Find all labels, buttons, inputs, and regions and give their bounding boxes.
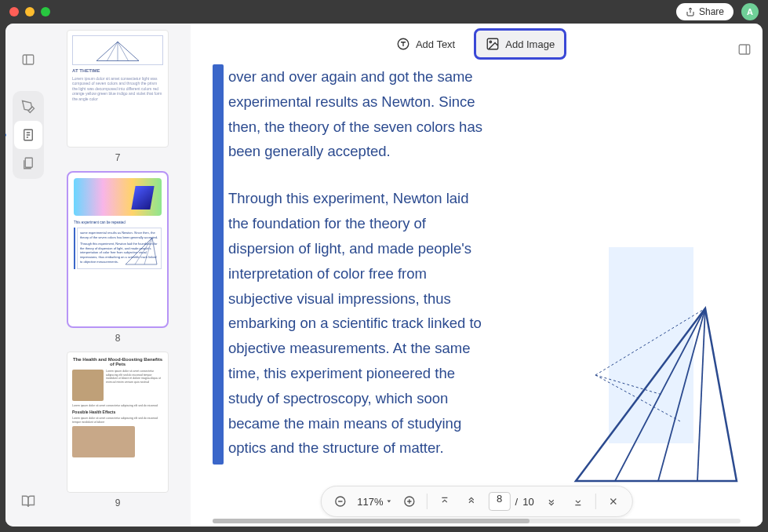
edit-page-icon	[21, 128, 35, 142]
last-page-button[interactable]	[569, 492, 588, 511]
book-icon	[21, 494, 35, 508]
pages-icon	[21, 156, 35, 170]
titlebar: Share A	[0, 0, 768, 24]
thumb9-cat-image	[72, 370, 104, 401]
svg-line-11	[135, 238, 152, 264]
sidebar-toggle-button[interactable]	[14, 46, 42, 74]
svg-rect-7	[25, 158, 32, 167]
edit-toolbar: Add Text Add Image	[191, 24, 763, 64]
main-viewport: Add Text Add Image over and over again a…	[191, 24, 763, 527]
current-page-input[interactable]: 8	[489, 492, 511, 511]
close-window-button[interactable]	[9, 7, 19, 16]
thumb9-dog-image	[72, 426, 135, 457]
chevrons-up-bar-icon	[439, 496, 450, 507]
chevrons-up-icon	[466, 496, 477, 507]
svg-line-23	[595, 375, 682, 422]
tool-group	[13, 91, 44, 179]
avatar[interactable]: A	[741, 3, 759, 20]
add-text-button[interactable]: Add Text	[387, 31, 464, 57]
thumbnail-page-8[interactable]: This experiment can be repeated same exp…	[54, 171, 181, 344]
chevrons-down-bar-icon	[573, 496, 584, 507]
thumbnail-page-9[interactable]: The Health and Mood-Boosting Benefits of…	[54, 352, 181, 508]
book-view-button[interactable]	[14, 487, 42, 516]
thumb8-prism-icon	[124, 236, 158, 266]
thumb9-label: 9	[54, 497, 181, 508]
prev-page-button[interactable]	[462, 492, 481, 511]
add-image-button[interactable]: Add Image	[474, 28, 566, 60]
close-icon	[608, 496, 619, 507]
minus-circle-icon	[333, 495, 346, 508]
add-text-label: Add Text	[416, 38, 455, 50]
svg-point-15	[490, 41, 491, 42]
edit-tool-button[interactable]	[14, 121, 42, 149]
thumb7-heading: AT THETIME	[72, 68, 163, 75]
total-pages: 10	[522, 496, 533, 508]
minimize-window-button[interactable]	[25, 7, 35, 16]
dropdown-caret-icon	[386, 498, 392, 505]
thumb8-label: 8	[54, 333, 181, 344]
svg-line-8	[107, 42, 118, 60]
doc-paragraph-1: over and over again and got the same exp…	[228, 64, 482, 164]
zoom-in-button[interactable]	[400, 492, 419, 511]
thumbnail-page-7[interactable]: AT THETIME Lorem ipsum dolor sit amet co…	[54, 30, 181, 163]
share-icon	[686, 7, 695, 16]
thumb9-subhead: Possible Health Effects	[72, 410, 163, 414]
bottom-toolbar: 117% 8 / 10	[320, 486, 632, 517]
svg-line-18	[615, 308, 705, 481]
zoom-level[interactable]: 117%	[357, 496, 391, 508]
svg-line-10	[118, 42, 129, 60]
prism-svg	[568, 285, 741, 489]
highlighter-icon	[21, 100, 35, 114]
document-page: over and over again and got the same exp…	[213, 64, 741, 527]
plus-circle-icon	[403, 495, 416, 508]
next-page-button[interactable]	[542, 492, 561, 511]
document-text: over and over again and got the same exp…	[228, 64, 495, 527]
zoom-out-button[interactable]	[330, 492, 349, 511]
page-sep: /	[515, 496, 519, 508]
chevrons-down-icon	[546, 496, 557, 507]
thumb8-snippet: same experimental results as Newton. Sin…	[80, 231, 158, 239]
scrollbar-thumb[interactable]	[213, 519, 530, 523]
prism-mini-icon	[73, 36, 162, 64]
thumb9-title: The Health and Mood-Boosting Benefits of…	[72, 357, 163, 366]
svg-line-12	[144, 238, 152, 264]
page-indicator: 8 / 10	[489, 492, 534, 511]
avatar-letter: A	[747, 7, 753, 16]
maximize-window-button[interactable]	[41, 7, 50, 16]
first-page-button[interactable]	[435, 492, 454, 511]
thumb8-image	[74, 178, 162, 216]
add-image-label: Add Image	[505, 38, 555, 50]
thumbnail-panel[interactable]: AT THETIME Lorem ipsum dolor sit amet co…	[51, 24, 191, 527]
app-body: AT THETIME Lorem ipsum dolor sit amet co…	[5, 24, 763, 527]
close-toolbar-button[interactable]	[604, 492, 623, 511]
image-icon	[486, 37, 500, 51]
left-toolbar	[5, 24, 51, 527]
window-controls	[9, 7, 50, 16]
page-accent-bar	[213, 64, 224, 465]
svg-rect-1	[23, 55, 34, 64]
pages-tool-button[interactable]	[14, 149, 42, 177]
svg-line-21	[595, 308, 705, 375]
zoom-value: 117%	[357, 496, 383, 508]
share-button[interactable]: Share	[676, 3, 733, 20]
text-icon	[396, 37, 410, 51]
share-label: Share	[699, 6, 724, 17]
highlighter-tool-button[interactable]	[14, 93, 42, 121]
document-viewport[interactable]: over and over again and got the same exp…	[191, 64, 763, 527]
thumb8-caption: This experiment can be repeated	[74, 220, 162, 224]
sidebar-icon	[21, 53, 35, 67]
thumb7-label: 7	[54, 152, 181, 163]
prism-diagram	[568, 285, 741, 489]
horizontal-scrollbar[interactable]	[213, 519, 741, 523]
doc-paragraph-2: Through this experiment, Newton laid the…	[228, 186, 482, 461]
